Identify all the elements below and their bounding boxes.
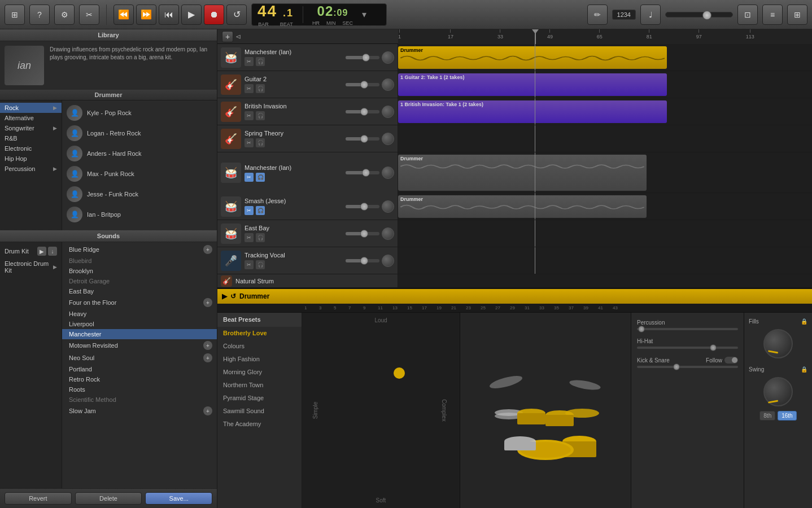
revert-button[interactable]: Revert — [5, 492, 72, 505]
track-volume-slider-7[interactable] — [346, 232, 379, 235]
track-mute-2[interactable]: ✂ — [245, 84, 254, 93]
follow-toggle-box[interactable] — [724, 357, 738, 364]
drummer-item-jesse[interactable]: 👤 Jesse - Funk Rock — [62, 184, 217, 204]
percussion-slider[interactable] — [637, 328, 738, 330]
genre-item-rock[interactable]: Rock ▶ — [0, 103, 62, 113]
track-content-8[interactable] — [398, 247, 812, 274]
sound-item-portland[interactable]: Portland — [62, 364, 217, 374]
track-content-9[interactable] — [398, 274, 812, 287]
track-solo-6[interactable]: 🎧 — [256, 206, 265, 215]
preset-pyramid-stage[interactable]: Pyramid Stage — [217, 392, 302, 405]
track-pan-knob-1[interactable] — [382, 51, 394, 64]
track-content-2[interactable]: 1 Guitar 2: Take 1 (2 takes) — [398, 71, 812, 98]
preset-morning-glory[interactable]: Morning Glory — [217, 366, 302, 379]
sound-item-east-bay[interactable]: East Bay — [62, 286, 217, 296]
drummer-loop-button[interactable]: ↺ — [230, 292, 236, 300]
fills-knob[interactable] — [763, 329, 793, 358]
track-volume-slider-1[interactable] — [346, 56, 379, 59]
fullscreen-button[interactable]: ⊡ — [737, 5, 758, 25]
sound-add-four-floor[interactable]: + — [203, 298, 212, 307]
sound-item-heavy[interactable]: Heavy — [62, 309, 217, 319]
back-to-start-button[interactable]: ⏮ — [159, 5, 179, 25]
track-solo-3[interactable]: 🎧 — [256, 111, 265, 120]
drum-pad-xy[interactable]: Loud Soft Simple Complex — [302, 313, 460, 508]
track-content-1[interactable]: Drummer — [398, 44, 812, 71]
swing-lock-icon[interactable]: 🔒 — [801, 366, 807, 373]
track-mute-1[interactable]: ✂ — [245, 57, 254, 66]
sound-add-neo-soul[interactable]: + — [203, 353, 212, 362]
track-block-smash[interactable]: Drummer — [398, 195, 647, 218]
track-options-button[interactable]: ⊲ — [235, 33, 241, 41]
rewind-button[interactable]: ⏪ — [113, 5, 134, 25]
tracks-scroll[interactable]: 🥁 Manchester (Ian) ✂ 🎧 — [217, 44, 812, 288]
note-16th-button[interactable]: 16th — [778, 411, 796, 421]
mixer-button[interactable]: ≡ — [762, 5, 783, 25]
track-solo-1[interactable]: 🎧 — [256, 57, 265, 66]
cut-button[interactable]: ✂ — [79, 5, 99, 25]
sound-item-four-floor[interactable]: Four on the Floor + — [62, 296, 217, 309]
track-volume-slider-5[interactable] — [346, 171, 379, 174]
preset-brotherly-love[interactable]: Brotherly Love — [217, 327, 302, 340]
track-content-4[interactable] — [398, 125, 812, 152]
track-block-guitar2[interactable]: 1 Guitar 2: Take 1 (2 takes) — [398, 73, 667, 96]
track-volume-slider-6[interactable] — [346, 205, 379, 208]
settings-button[interactable]: ⚙ — [54, 5, 75, 25]
track-pan-knob-5[interactable] — [382, 167, 394, 179]
drummer-item-ian[interactable]: 👤 Ian - Britpop — [62, 204, 217, 225]
track-volume-slider-2[interactable] — [346, 83, 379, 86]
track-pan-knob-6[interactable] — [382, 200, 394, 213]
drum-kit-download-button[interactable]: ↓ — [48, 247, 57, 256]
track-solo-2[interactable]: 🎧 — [256, 84, 265, 93]
sound-item-detroit[interactable]: Detroit Garage — [62, 276, 217, 286]
master-volume-slider[interactable] — [665, 12, 733, 17]
sound-item-motown[interactable]: Motown Revisited + — [62, 339, 217, 352]
track-solo-7[interactable]: 🎧 — [256, 233, 265, 242]
new-project-button[interactable]: ⊞ — [5, 5, 25, 25]
drummer-item-logan[interactable]: 👤 Logan - Retro Rock — [62, 123, 217, 143]
drum-pad-dot[interactable] — [394, 367, 405, 379]
preset-the-academy[interactable]: The Academy — [217, 418, 302, 431]
hihat-slider[interactable] — [637, 347, 738, 349]
record-button[interactable]: ⏺ — [204, 5, 224, 25]
track-block-drummer-1[interactable]: Drummer — [398, 46, 667, 69]
track-content-7[interactable] — [398, 220, 812, 247]
track-content-5[interactable]: Drummer — [398, 152, 812, 192]
track-mute-4[interactable]: ✂ — [245, 138, 254, 147]
swing-knob[interactable] — [763, 377, 793, 406]
play-button[interactable]: ▶ — [181, 5, 202, 25]
note-8th-button[interactable]: 8th — [759, 411, 775, 421]
sound-item-retro-rock[interactable]: Retro Rock — [62, 374, 217, 384]
drum-kit-item[interactable]: Drum Kit ▶ ↓ — [0, 244, 62, 258]
display-expand-button[interactable]: ▾ — [362, 9, 366, 20]
electronic-kit-item[interactable]: Electronic Drum Kit ▶ — [0, 258, 62, 276]
editor-button[interactable]: ⊞ — [787, 5, 807, 25]
delete-button[interactable]: Delete — [75, 492, 142, 505]
sound-item-brooklyn[interactable]: Brooklyn — [62, 266, 217, 276]
sound-item-manchester[interactable]: Manchester — [62, 329, 217, 339]
track-block-british[interactable]: 1 British Invasion: Take 1 (2 takes) — [398, 100, 667, 123]
sound-item-bluebird[interactable]: Bluebird — [62, 256, 217, 266]
genre-item-songwriter[interactable]: Songwriter ▶ — [0, 123, 62, 133]
track-pan-knob-8[interactable] — [382, 255, 394, 267]
track-pan-knob-7[interactable] — [382, 227, 394, 240]
sound-item-blue-ridge[interactable]: Blue Ridge + — [62, 243, 217, 256]
drummer-play-button[interactable]: ▶ — [222, 292, 227, 300]
sound-item-liverpool[interactable]: Liverpool — [62, 319, 217, 329]
add-track-button[interactable]: + — [222, 31, 233, 42]
preset-colours[interactable]: Colours — [217, 340, 302, 353]
sound-item-slow-jam[interactable]: Slow Jam + — [62, 405, 217, 417]
fast-forward-button[interactable]: ⏩ — [136, 5, 156, 25]
preset-high-fashion[interactable]: High Fashion — [217, 353, 302, 366]
track-mute-5[interactable]: ✂ — [245, 173, 254, 182]
sound-add-slow-jam[interactable]: + — [203, 406, 212, 415]
drummer-item-kyle[interactable]: 👤 Kyle - Pop Rock — [62, 103, 217, 123]
fills-lock-icon[interactable]: 🔒 — [801, 318, 807, 325]
follow-toggle[interactable]: Follow — [706, 357, 738, 364]
sound-item-roots[interactable]: Roots — [62, 384, 217, 395]
preset-northern-town[interactable]: Northern Town — [217, 379, 302, 392]
sound-item-scientific[interactable]: Scientific Method — [62, 395, 217, 405]
pencil-button[interactable]: ✏ — [587, 5, 608, 25]
track-volume-slider-3[interactable] — [346, 110, 379, 113]
kick-snare-slider[interactable] — [637, 366, 738, 368]
drummer-item-anders[interactable]: 👤 Anders - Hard Rock — [62, 143, 217, 164]
